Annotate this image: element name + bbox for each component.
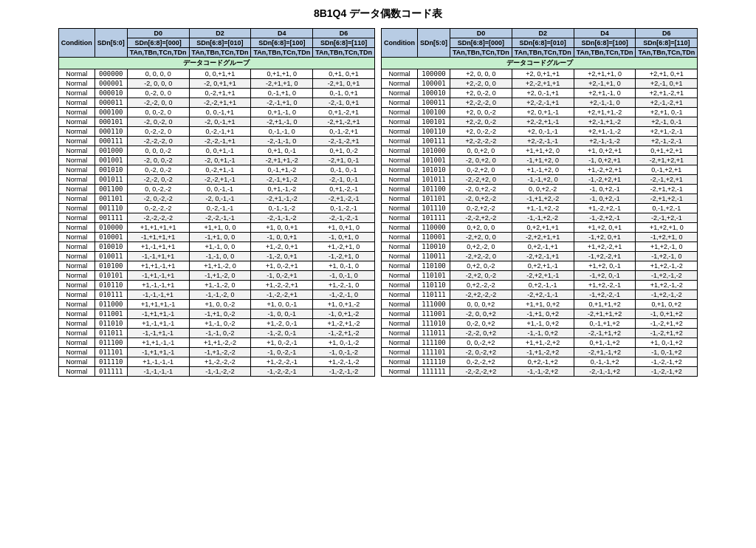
sdn-cell: 000010 [94, 89, 127, 98]
condition-cell: Normal [58, 348, 94, 357]
table-row: Normal1111100,-2,-2,+20,+2,-1,+20,-1,-1,… [382, 357, 698, 367]
table-row: Normal1110000, 0, 0,+2+1,+1, 0,+20,+1,+1… [382, 300, 698, 309]
table-row: Normal110011-2,+2,-2, 0-2,+2,-1,+1-1,+2,… [382, 252, 698, 261]
col-d6-sub1-1: SDn[6:8]=[110] [313, 38, 375, 48]
data-cell: -2,+1,+2,-1 [636, 194, 698, 204]
table-row: Normal001001-2, 0, 0,-2-2, 0,+1,-1-2,+1,… [58, 156, 374, 165]
sdn-cell: 011010 [94, 319, 127, 329]
data-cell: +1,-2,+2,+1 [574, 165, 636, 175]
col-d2-1: D2 [189, 29, 251, 38]
data-cell: 0,+1,-2,+1 [313, 108, 375, 117]
data-cell: 0, 0,-1,-1 [189, 185, 251, 194]
data-cell: +2,+1,-1,-2 [574, 127, 636, 137]
data-cell: 0,+1, 0,+1 [313, 69, 375, 79]
data-cell: +2, 0, 0,-2 [450, 108, 512, 117]
data-cell: +2, 0, 0, 0 [450, 69, 512, 79]
data-cell: 0,-2,-1,-1 [189, 204, 251, 213]
sdn-cell: 011110 [94, 357, 127, 367]
table-row: Normal0000000, 0, 0, 00, 0,+1,+10,+1,+1,… [58, 69, 374, 79]
condition-cell: Normal [58, 271, 94, 281]
data-cell: -1, 0,+1,-2 [313, 309, 375, 319]
sdn-cell: 010010 [94, 242, 127, 252]
data-cell: -2,+2,-2,-2 [450, 290, 512, 300]
data-cell: -1,-1,+2, 0 [512, 175, 574, 185]
data-cell: -1,-1,-1,+1 [127, 290, 189, 300]
table-row: Normal001101-2, 0,-2,-2-2, 0,-1,-1-2,+1,… [58, 194, 374, 204]
data-cell: +1, 0,-2,-1 [251, 338, 313, 348]
data-cell: 0,+1,-1,+2 [574, 338, 636, 348]
data-cell: 0, 0,+1,-1 [189, 146, 251, 156]
table-row: Normal111001-2, 0, 0,+2-1,+1, 0,+2-2,+1,… [382, 309, 698, 319]
data-cell: -2,+1,+2,+1 [636, 156, 698, 165]
data-cell: -1,+1,-2,+2 [512, 348, 574, 357]
table-row: Normal011001-1,+1,+1,-1-1,+1, 0,-2-1, 0,… [58, 309, 374, 319]
table-row: Normal1010100,-2,+2, 0+1,-1,+2, 0+1,-2,+… [382, 165, 698, 175]
sdn-cell: 011001 [94, 309, 127, 319]
sdn-cell: 000001 [94, 79, 127, 89]
data-cell: -2,-2,-2,+2 [450, 367, 512, 377]
sdn-cell: 000011 [94, 98, 127, 108]
data-cell: -2,+2,+1,-1 [512, 271, 574, 281]
data-cell: -2,+2,-1,+1 [512, 252, 574, 261]
table-row: Normal000011-2,-2, 0, 0-2,-2,+1,+1-2,-1,… [58, 98, 374, 108]
sdn-cell: 100001 [418, 79, 450, 89]
data-cell: -1,-2,-1,+2 [636, 367, 698, 377]
sdn-cell: 011000 [94, 300, 127, 309]
data-cell: -1,-1,-1,-1 [127, 367, 189, 377]
sdn-cell: 101001 [418, 156, 450, 165]
data-cell: +1, 0,-1, 0 [313, 261, 375, 271]
data-cell: +1,+1,-2,-2 [189, 338, 251, 348]
data-cell: +1,-2,+1,-2 [313, 319, 375, 329]
data-cell: -2,-2,+2, 0 [450, 175, 512, 185]
data-cell: +1,-2, 0,+1 [251, 242, 313, 252]
condition-cell: Normal [382, 319, 418, 329]
table-row: Normal100100+2, 0, 0,-2+2, 0,+1,-1+2,+1,… [382, 108, 698, 117]
condition-cell: Normal [58, 117, 94, 127]
data-cell: -2,-2, 0,+2 [450, 329, 512, 338]
condition-cell: Normal [382, 329, 418, 338]
col-d4-sub1-2: SDn[6:8]=[100] [574, 38, 636, 48]
data-cell: 0, 0,-2,+2 [450, 338, 512, 348]
condition-cell: Normal [382, 281, 418, 290]
data-cell: +2, 0,+1,-1 [512, 108, 574, 117]
sdn-cell: 110100 [418, 261, 450, 271]
data-cell: 0,-1,-1,+2 [574, 357, 636, 367]
col-d2-sub2-2: TAn,TBn,TCn,TDn [512, 48, 574, 58]
data-cell: +1,+1,+2, 0 [512, 146, 574, 156]
data-cell: 0,-1, 0,-1 [313, 165, 375, 175]
data-cell: -2,-2, 0,-2 [127, 175, 189, 185]
condition-cell: Normal [382, 108, 418, 117]
condition-cell: Normal [382, 242, 418, 252]
data-cell: 0,+2,+1,+1 [512, 223, 574, 233]
data-cell: +1, 0, 0,-1 [251, 300, 313, 309]
table-row: Normal011000+1,+1,+1,-1+1, 0, 0,-2+1, 0,… [58, 300, 374, 309]
data-cell: -1,-2, 0,+1 [251, 252, 313, 261]
col-d4-sub2-1: TAn,TBn,TCn,TDn [251, 48, 313, 58]
condition-cell: Normal [382, 98, 418, 108]
condition-cell: Normal [382, 117, 418, 127]
data-cell: 0,-2,+1,+1 [189, 89, 251, 98]
data-cell: 0,+2,+1,-1 [512, 261, 574, 271]
data-cell: -1,+2,-2,+1 [574, 252, 636, 261]
data-cell: -2,+2, 0, 0 [450, 233, 512, 242]
condition-cell: Normal [58, 357, 94, 367]
data-cell: +1,-2,-1,-2 [313, 357, 375, 367]
data-cell: -1,+1, 0,+2 [512, 309, 574, 319]
data-cell: -2, 0,+1,+1 [189, 79, 251, 89]
data-cell: -2,+1,-1, 0 [251, 117, 313, 127]
data-cell: 0,+2,-2,-2 [450, 281, 512, 290]
data-cell: -2,-1,-1, 0 [251, 137, 313, 146]
data-cell: +2,-2,-1,+1 [512, 98, 574, 108]
data-cell: -1,+2,+1, 0 [636, 233, 698, 242]
data-cell: -2, 0,+2, 0 [450, 156, 512, 165]
sdn-cell: 010001 [94, 233, 127, 242]
data-cell: -1,-2,+2,-1 [574, 213, 636, 223]
data-cell: 0, 0,+2, 0 [450, 146, 512, 156]
condition-cell: Normal [382, 127, 418, 137]
data-cell: +2,-1,-2,-1 [636, 137, 698, 146]
data-cell: -2,+2,+1,+1 [512, 233, 574, 242]
data-cell: +1, 0,-1,+2 [636, 338, 698, 348]
data-cell: -2,-1,-1,+2 [574, 367, 636, 377]
data-cell: +1,+2,-2,-1 [574, 281, 636, 290]
col-d2-sub2-1: TAn,TBn,TCn,TDn [189, 48, 251, 58]
